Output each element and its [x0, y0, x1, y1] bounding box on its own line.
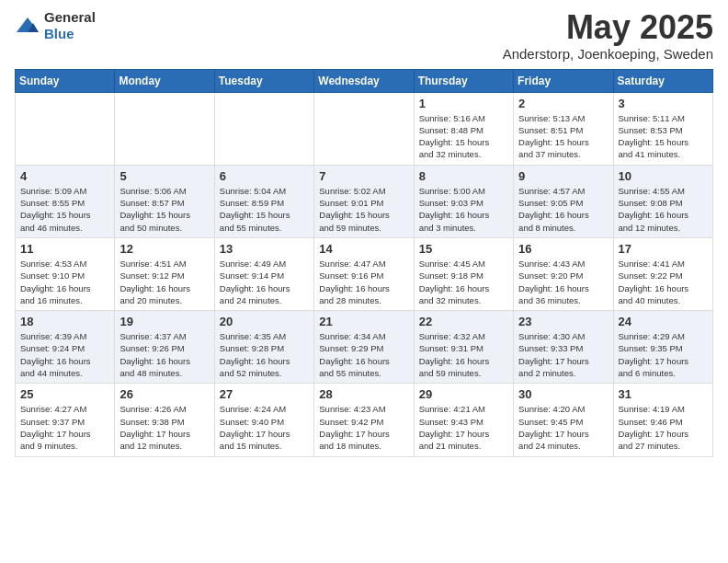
- table-row: 31Sunrise: 4:19 AM Sunset: 9:46 PM Dayli…: [613, 384, 712, 456]
- day-number: 11: [20, 242, 109, 256]
- day-info: Sunrise: 4:19 AM Sunset: 9:46 PM Dayligh…: [619, 403, 708, 452]
- day-info: Sunrise: 5:04 AM Sunset: 8:59 PM Dayligh…: [220, 185, 309, 234]
- day-info: Sunrise: 4:47 AM Sunset: 9:16 PM Dayligh…: [319, 258, 408, 306]
- table-row: [314, 92, 414, 165]
- logo-icon: [15, 16, 40, 36]
- day-info: Sunrise: 4:20 AM Sunset: 9:45 PM Dayligh…: [518, 403, 608, 452]
- day-number: 6: [220, 169, 309, 183]
- logo-general-text: General: [44, 9, 96, 25]
- table-row: 15Sunrise: 4:45 AM Sunset: 9:18 PM Dayli…: [414, 237, 513, 310]
- day-info: Sunrise: 5:16 AM Sunset: 8:48 PM Dayligh…: [419, 112, 508, 161]
- header-sunday: Sunday: [16, 69, 115, 92]
- day-info: Sunrise: 4:26 AM Sunset: 9:38 PM Dayligh…: [119, 403, 209, 452]
- table-row: 21Sunrise: 4:34 AM Sunset: 9:29 PM Dayli…: [314, 311, 414, 384]
- header-monday: Monday: [115, 69, 214, 92]
- day-number: 31: [619, 387, 708, 401]
- day-number: 24: [619, 315, 708, 328]
- day-info: Sunrise: 4:24 AM Sunset: 9:40 PM Dayligh…: [220, 403, 309, 452]
- day-info: Sunrise: 4:49 AM Sunset: 9:14 PM Dayligh…: [220, 258, 309, 306]
- table-row: 25Sunrise: 4:27 AM Sunset: 9:37 PM Dayli…: [16, 384, 115, 456]
- day-number: 5: [119, 169, 209, 183]
- table-row: 5Sunrise: 5:06 AM Sunset: 8:57 PM Daylig…: [115, 165, 214, 237]
- header-wednesday: Wednesday: [314, 69, 414, 92]
- calendar-table: Sunday Monday Tuesday Wednesday Thursday…: [15, 69, 713, 457]
- table-row: 18Sunrise: 4:39 AM Sunset: 9:24 PM Dayli…: [16, 311, 115, 384]
- header-saturday: Saturday: [613, 69, 712, 92]
- table-row: 12Sunrise: 4:51 AM Sunset: 9:12 PM Dayli…: [115, 237, 214, 310]
- table-row: 3Sunrise: 5:11 AM Sunset: 8:53 PM Daylig…: [613, 92, 712, 165]
- calendar-subtitle: Anderstorp, Joenkoeping, Sweden: [503, 46, 713, 62]
- day-number: 14: [319, 242, 408, 256]
- day-info: Sunrise: 4:32 AM Sunset: 9:31 PM Dayligh…: [419, 330, 508, 379]
- day-number: 27: [220, 387, 309, 401]
- day-info: Sunrise: 4:21 AM Sunset: 9:43 PM Dayligh…: [419, 403, 508, 452]
- day-number: 17: [619, 242, 708, 256]
- day-number: 22: [419, 315, 508, 328]
- day-number: 19: [119, 315, 209, 328]
- day-number: 1: [419, 97, 508, 110]
- day-number: 9: [518, 169, 608, 183]
- table-row: 11Sunrise: 4:53 AM Sunset: 9:10 PM Dayli…: [16, 237, 115, 310]
- table-row: 9Sunrise: 4:57 AM Sunset: 9:05 PM Daylig…: [514, 165, 613, 237]
- day-info: Sunrise: 5:11 AM Sunset: 8:53 PM Dayligh…: [619, 112, 708, 161]
- table-row: 2Sunrise: 5:13 AM Sunset: 8:51 PM Daylig…: [514, 92, 613, 165]
- day-info: Sunrise: 4:37 AM Sunset: 9:26 PM Dayligh…: [119, 330, 209, 379]
- table-row: 17Sunrise: 4:41 AM Sunset: 9:22 PM Dayli…: [613, 237, 712, 310]
- day-number: 15: [419, 242, 508, 256]
- day-info: Sunrise: 4:51 AM Sunset: 9:12 PM Dayligh…: [119, 258, 209, 306]
- day-info: Sunrise: 4:27 AM Sunset: 9:37 PM Dayligh…: [20, 403, 109, 452]
- day-number: 23: [518, 315, 608, 328]
- header-friday: Friday: [514, 69, 613, 92]
- table-row: 13Sunrise: 4:49 AM Sunset: 9:14 PM Dayli…: [214, 237, 313, 310]
- day-info: Sunrise: 4:57 AM Sunset: 9:05 PM Dayligh…: [518, 185, 608, 234]
- calendar-week-row: 4Sunrise: 5:09 AM Sunset: 8:55 PM Daylig…: [16, 165, 713, 237]
- table-row: 16Sunrise: 4:43 AM Sunset: 9:20 PM Dayli…: [514, 237, 613, 310]
- header: General Blue May 2025 Anderstorp, Joenko…: [15, 9, 713, 62]
- table-row: 23Sunrise: 4:30 AM Sunset: 9:33 PM Dayli…: [514, 311, 613, 384]
- table-row: 19Sunrise: 4:37 AM Sunset: 9:26 PM Dayli…: [115, 311, 214, 384]
- day-number: 13: [220, 242, 309, 256]
- day-info: Sunrise: 4:41 AM Sunset: 9:22 PM Dayligh…: [619, 258, 708, 306]
- weekday-header-row: Sunday Monday Tuesday Wednesday Thursday…: [16, 69, 713, 92]
- table-row: 4Sunrise: 5:09 AM Sunset: 8:55 PM Daylig…: [16, 165, 115, 237]
- header-thursday: Thursday: [414, 69, 513, 92]
- day-info: Sunrise: 4:53 AM Sunset: 9:10 PM Dayligh…: [20, 258, 109, 306]
- calendar-week-row: 1Sunrise: 5:16 AM Sunset: 8:48 PM Daylig…: [16, 92, 713, 165]
- day-number: 8: [419, 169, 508, 183]
- day-info: Sunrise: 5:13 AM Sunset: 8:51 PM Dayligh…: [518, 112, 608, 161]
- table-row: 24Sunrise: 4:29 AM Sunset: 9:35 PM Dayli…: [613, 311, 712, 384]
- day-info: Sunrise: 4:39 AM Sunset: 9:24 PM Dayligh…: [20, 330, 109, 379]
- logo-blue-text: Blue: [44, 26, 74, 41]
- day-number: 16: [518, 242, 608, 256]
- day-number: 10: [619, 169, 708, 183]
- day-number: 2: [518, 97, 608, 110]
- day-info: Sunrise: 5:02 AM Sunset: 9:01 PM Dayligh…: [319, 185, 408, 234]
- table-row: 6Sunrise: 5:04 AM Sunset: 8:59 PM Daylig…: [214, 165, 313, 237]
- day-number: 25: [20, 387, 109, 401]
- day-info: Sunrise: 4:35 AM Sunset: 9:28 PM Dayligh…: [220, 330, 309, 379]
- table-row: 7Sunrise: 5:02 AM Sunset: 9:01 PM Daylig…: [314, 165, 414, 237]
- day-info: Sunrise: 4:29 AM Sunset: 9:35 PM Dayligh…: [619, 330, 708, 379]
- day-number: 28: [319, 387, 408, 401]
- day-info: Sunrise: 4:23 AM Sunset: 9:42 PM Dayligh…: [319, 403, 408, 452]
- day-info: Sunrise: 4:55 AM Sunset: 9:08 PM Dayligh…: [619, 185, 708, 234]
- table-row: 28Sunrise: 4:23 AM Sunset: 9:42 PM Dayli…: [314, 384, 414, 456]
- header-tuesday: Tuesday: [214, 69, 313, 92]
- logo: General Blue: [15, 9, 96, 42]
- day-number: 20: [220, 315, 309, 328]
- table-row: 29Sunrise: 4:21 AM Sunset: 9:43 PM Dayli…: [414, 384, 513, 456]
- day-info: Sunrise: 5:09 AM Sunset: 8:55 PM Dayligh…: [20, 185, 109, 234]
- table-row: 30Sunrise: 4:20 AM Sunset: 9:45 PM Dayli…: [514, 384, 613, 456]
- day-info: Sunrise: 4:43 AM Sunset: 9:20 PM Dayligh…: [518, 258, 608, 306]
- table-row: 27Sunrise: 4:24 AM Sunset: 9:40 PM Dayli…: [214, 384, 313, 456]
- day-info: Sunrise: 4:34 AM Sunset: 9:29 PM Dayligh…: [319, 330, 408, 379]
- table-row: 26Sunrise: 4:26 AM Sunset: 9:38 PM Dayli…: [115, 384, 214, 456]
- table-row: [214, 92, 313, 165]
- day-number: 26: [119, 387, 209, 401]
- table-row: 22Sunrise: 4:32 AM Sunset: 9:31 PM Dayli…: [414, 311, 513, 384]
- table-row: 20Sunrise: 4:35 AM Sunset: 9:28 PM Dayli…: [214, 311, 313, 384]
- title-block: May 2025 Anderstorp, Joenkoeping, Sweden: [503, 9, 713, 62]
- calendar-week-row: 18Sunrise: 4:39 AM Sunset: 9:24 PM Dayli…: [16, 311, 713, 384]
- calendar-week-row: 25Sunrise: 4:27 AM Sunset: 9:37 PM Dayli…: [16, 384, 713, 456]
- day-number: 7: [319, 169, 408, 183]
